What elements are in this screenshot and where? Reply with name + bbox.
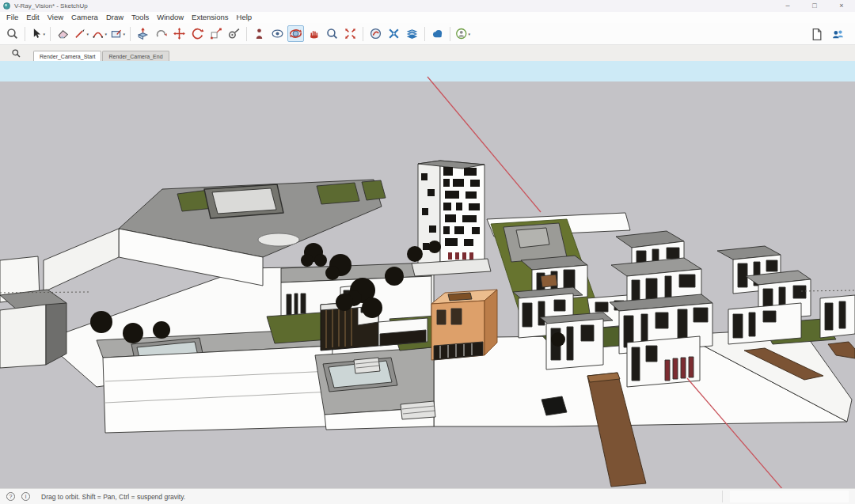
window-controls: – □ × bbox=[774, 0, 855, 12]
sketchup-window: V-Ray_Vision* - SketchUp – □ × FileEditV… bbox=[0, 0, 855, 504]
building-tower bbox=[412, 161, 491, 276]
rotate-icon[interactable] bbox=[189, 25, 206, 42]
minimize-button[interactable]: – bbox=[774, 0, 801, 12]
tape-measure-icon[interactable] bbox=[226, 25, 242, 42]
measurements-box[interactable] bbox=[730, 491, 849, 502]
menu-view[interactable]: View bbox=[44, 12, 67, 23]
signin-avatar-icon[interactable]: ▾ bbox=[454, 25, 471, 42]
search-icon[interactable] bbox=[4, 25, 21, 42]
toolbar-separator bbox=[424, 27, 425, 41]
move-icon[interactable] bbox=[171, 25, 188, 42]
menu-draw[interactable]: Draw bbox=[102, 12, 127, 23]
pan-icon[interactable] bbox=[306, 25, 322, 42]
viewport-3d-model[interactable] bbox=[0, 61, 855, 488]
menubar: FileEditViewCameraDrawToolsWindowExtensi… bbox=[0, 12, 855, 23]
collaborate-icon[interactable] bbox=[830, 26, 846, 43]
scene-tab-render_camera_start[interactable]: Render_Camera_Start bbox=[33, 51, 101, 61]
toolbar: ▾▾▾▾▾ bbox=[0, 23, 855, 45]
titlebar: V-Ray_Vision* - SketchUp – □ × bbox=[0, 0, 855, 12]
status-hint: Drag to orbit. Shift = Pan, Ctrl = suspe… bbox=[41, 493, 185, 501]
search-scenes-icon[interactable] bbox=[10, 47, 22, 59]
line-icon[interactable]: ▾ bbox=[73, 25, 89, 42]
arc-icon[interactable]: ▾ bbox=[91, 25, 108, 42]
close-button[interactable]: × bbox=[828, 0, 855, 12]
orbit-icon[interactable] bbox=[287, 25, 304, 42]
menu-window[interactable]: Window bbox=[153, 12, 188, 23]
position-camera-icon[interactable] bbox=[251, 25, 268, 42]
help-icon[interactable]: ? bbox=[6, 492, 15, 501]
dropdown-caret-icon[interactable]: ▾ bbox=[104, 32, 107, 36]
scene-tabs-row: Render_Camera_StartRender_Camera_End bbox=[0, 45, 855, 61]
vray-batch-render-icon[interactable] bbox=[404, 25, 420, 42]
dropdown-caret-icon[interactable]: ▾ bbox=[43, 32, 45, 36]
menu-edit[interactable]: Edit bbox=[22, 12, 43, 23]
look-around-icon[interactable] bbox=[269, 25, 286, 42]
statusbar-divider bbox=[722, 491, 723, 502]
geolocation-info-icon[interactable]: i bbox=[21, 492, 30, 501]
building-orange bbox=[431, 290, 497, 360]
menu-extensions[interactable]: Extensions bbox=[188, 12, 232, 23]
menu-help[interactable]: Help bbox=[233, 12, 256, 23]
statusbar: ? i Drag to orbit. Shift = Pan, Ctrl = s… bbox=[0, 488, 855, 504]
follow-me-icon[interactable] bbox=[153, 25, 169, 42]
document-icon[interactable] bbox=[808, 26, 825, 43]
plaza-hatch bbox=[542, 396, 567, 415]
push-pull-icon[interactable] bbox=[135, 25, 151, 42]
scene-tab-render_camera_end[interactable]: Render_Camera_End bbox=[102, 51, 169, 61]
rectangle-icon[interactable]: ▾ bbox=[109, 25, 126, 42]
maximize-button[interactable]: □ bbox=[801, 0, 828, 12]
chaos-cloud-icon[interactable] bbox=[429, 25, 446, 42]
dropdown-caret-icon[interactable]: ▾ bbox=[86, 32, 89, 36]
toolbar-right bbox=[806, 23, 849, 45]
dropdown-caret-icon[interactable]: ▾ bbox=[468, 32, 470, 36]
menu-file[interactable]: File bbox=[2, 12, 22, 23]
toolbar-separator bbox=[450, 27, 450, 41]
toolbar-separator bbox=[246, 27, 247, 41]
toolbar-tools: ▾▾▾▾▾ bbox=[3, 25, 472, 42]
zoom-extents-icon[interactable] bbox=[342, 25, 359, 42]
zoom-icon[interactable] bbox=[324, 25, 340, 42]
scene-tabs: Render_Camera_StartRender_Camera_End bbox=[33, 51, 170, 61]
eraser-icon[interactable] bbox=[55, 25, 71, 42]
scale-icon[interactable] bbox=[207, 25, 224, 42]
vray-render-icon[interactable] bbox=[386, 25, 402, 42]
sketchup-logo-icon bbox=[3, 2, 10, 9]
vray-asset-editor-icon[interactable] bbox=[367, 25, 384, 42]
toolbar-separator bbox=[25, 27, 25, 41]
toolbar-separator bbox=[130, 27, 131, 41]
menu-camera[interactable]: Camera bbox=[67, 12, 102, 23]
menu-tools[interactable]: Tools bbox=[127, 12, 153, 23]
select-icon[interactable]: ▾ bbox=[29, 25, 46, 42]
toolbar-separator bbox=[50, 27, 51, 41]
sky-band bbox=[0, 61, 855, 81]
window-title: V-Ray_Vision* - SketchUp bbox=[14, 2, 88, 9]
dropdown-caret-icon[interactable]: ▾ bbox=[123, 32, 125, 36]
model-canvas bbox=[0, 61, 855, 488]
toolbar-separator bbox=[363, 27, 363, 41]
